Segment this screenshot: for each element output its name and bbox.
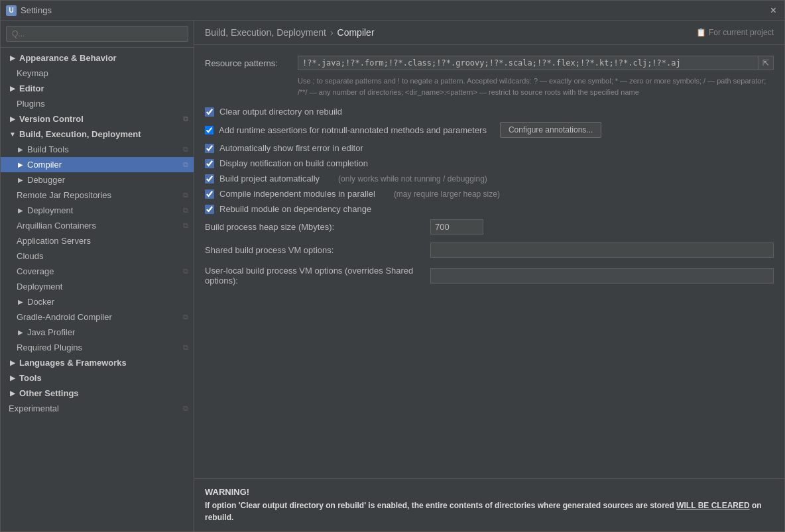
sidebar-item-docker[interactable]: ▶ Docker [1, 294, 194, 309]
sidebar-item-label: Compiler [27, 160, 62, 170]
sidebar-item-java-profiler[interactable]: ▶ Java Profiler [1, 325, 194, 340]
hint-text: Use ; to separate patterns and ! to nega… [298, 76, 774, 97]
sidebar-item-arquillian[interactable]: Arquillian Containers ⧉ [1, 218, 194, 233]
sidebar-item-label: Tools [19, 373, 42, 383]
resource-patterns-row: Resource patterns: ⇱ [205, 56, 774, 70]
chevron-right-icon: ▶ [9, 115, 17, 123]
copy-icon: ⧉ [183, 404, 188, 413]
rebuild-module-label: Rebuild module on dependency change [219, 204, 371, 214]
sidebar-item-label: Docker [27, 297, 54, 307]
sidebar-item-build-tools[interactable]: ▶ Build Tools ⧉ [1, 142, 194, 157]
warning-text: If option 'Clear output directory on reb… [205, 500, 774, 523]
copy-icon: ⧉ [183, 343, 188, 352]
sidebar-item-label: Editor [19, 83, 44, 93]
build-auto-note: (only works while not running / debuggin… [338, 174, 487, 184]
chevron-right-icon: ▶ [17, 207, 25, 215]
copy-icon: ⧉ [183, 115, 188, 123]
breadcrumb-separator: › [330, 27, 333, 38]
sidebar-item-label: Plugins [17, 99, 45, 109]
sidebar-item-label: Debugger [27, 175, 65, 185]
sidebar-item-experimental[interactable]: Experimental ⧉ [1, 401, 194, 416]
copy-icon: ⧉ [183, 191, 188, 199]
clear-output-checkbox[interactable] [205, 107, 214, 117]
auto-show-error-label: Automatically show first error in editor [219, 143, 363, 153]
add-runtime-label: Add runtime assertions for notnull-annot… [219, 125, 487, 135]
project-icon: 📋 [696, 28, 706, 37]
sidebar-item-label: Deployment [27, 205, 73, 215]
configure-annotations-button[interactable]: Configure annotations... [500, 122, 601, 138]
add-runtime-checkbox[interactable] [205, 126, 213, 134]
chevron-down-icon: ▼ [9, 131, 17, 138]
sidebar-item-debugger[interactable]: ▶ Debugger [1, 172, 194, 187]
heap-size-input[interactable] [430, 219, 483, 235]
auto-show-error-checkbox[interactable] [205, 144, 214, 153]
close-button[interactable]: × [768, 4, 779, 17]
chevron-right-icon: ▶ [17, 176, 25, 184]
user-vm-input[interactable] [430, 268, 774, 284]
sidebar-item-label: Remote Jar Repositories [17, 190, 111, 200]
chevron-right-icon: ▶ [9, 54, 17, 62]
sidebar-item-plugins[interactable]: Plugins [1, 96, 194, 111]
sidebar-item-appearance[interactable]: ▶ Appearance & Behavior [1, 50, 194, 66]
sidebar-item-editor[interactable]: ▶ Editor [1, 81, 194, 96]
sidebar-item-build-execution[interactable]: ▼ Build, Execution, Deployment [1, 127, 194, 142]
chevron-right-icon: ▶ [17, 146, 25, 154]
warning-title: WARNING! [205, 487, 774, 497]
sidebar-item-compiler[interactable]: ▶ Compiler ⧉ [1, 157, 194, 172]
compile-parallel-checkbox[interactable] [205, 189, 214, 199]
sidebar-item-tools[interactable]: ▶ Tools [1, 370, 194, 386]
build-auto-row: Build project automatically (only works … [205, 174, 774, 184]
sidebar-item-required-plugins[interactable]: Required Plugins ⧉ [1, 340, 194, 355]
sidebar-item-gradle-android[interactable]: Gradle-Android Compiler ⧉ [1, 309, 194, 325]
sidebar-item-other-settings[interactable]: ▶ Other Settings [1, 386, 194, 401]
sidebar-item-deployment2[interactable]: Deployment [1, 279, 194, 294]
display-notification-checkbox[interactable] [205, 159, 214, 168]
expand-button[interactable]: ⇱ [758, 56, 774, 70]
display-notification-label: Display notification on build completion [219, 158, 368, 168]
sidebar-item-label: Deployment [17, 282, 62, 292]
sidebar-item-label: Application Servers [17, 236, 91, 246]
sidebar-item-app-servers[interactable]: Application Servers [1, 233, 194, 248]
sidebar-item-label: Java Profiler [27, 327, 75, 337]
resource-patterns-input[interactable] [298, 56, 758, 70]
chevron-right-icon: ▶ [17, 161, 25, 169]
sidebar-item-clouds[interactable]: Clouds [1, 248, 194, 264]
shared-vm-input[interactable] [430, 242, 774, 258]
search-input[interactable] [6, 26, 188, 42]
sidebar-item-label: Languages & Frameworks [19, 358, 127, 368]
panel-body: Resource patterns: ⇱ Use ; to separate p… [194, 45, 784, 478]
breadcrumb: Build, Execution, Deployment › Compiler [205, 27, 375, 38]
add-runtime-row: Add runtime assertions for notnull-annot… [205, 122, 774, 138]
build-auto-checkbox[interactable] [205, 174, 214, 184]
sidebar-item-label: Arquillian Containers [17, 221, 96, 231]
resource-input-wrap: ⇱ [298, 56, 774, 70]
sidebar-item-label: Version Control [19, 114, 84, 124]
rebuild-module-row: Rebuild module on dependency change [205, 204, 774, 214]
copy-icon: ⧉ [183, 160, 188, 169]
display-notification-row: Display notification on build completion [205, 158, 774, 168]
chevron-right-icon: ▶ [9, 374, 17, 382]
rebuild-module-checkbox[interactable] [205, 205, 214, 214]
compile-parallel-row: Compile independent modules in parallel … [205, 189, 774, 199]
panel-header: Build, Execution, Deployment › Compiler … [194, 21, 784, 45]
copy-icon: ⧉ [183, 313, 188, 321]
chevron-right-icon: ▶ [9, 390, 17, 398]
breadcrumb-parent: Build, Execution, Deployment [205, 27, 326, 38]
sidebar-item-languages[interactable]: ▶ Languages & Frameworks [1, 355, 194, 370]
compile-parallel-note: (may require larger heap size) [394, 189, 500, 199]
user-vm-row: User-local build process VM options (ove… [205, 266, 774, 286]
sidebar-item-keymap[interactable]: Keymap [1, 66, 194, 81]
clear-output-row: Clear output directory on rebuild [205, 107, 774, 117]
sidebar-item-remote-jar[interactable]: Remote Jar Repositories ⧉ [1, 187, 194, 203]
chevron-right-icon: ▶ [17, 298, 25, 306]
breadcrumb-current: Compiler [337, 27, 375, 38]
resource-patterns-label: Resource patterns: [205, 56, 298, 68]
sidebar-item-coverage[interactable]: Coverage ⧉ [1, 264, 194, 279]
sidebar-item-label: Appearance & Behavior [19, 53, 117, 63]
sidebar-item-deployment[interactable]: ▶ Deployment ⧉ [1, 203, 194, 218]
build-auto-label: Build project automatically [219, 174, 320, 184]
shared-vm-row: Shared build process VM options: [205, 242, 774, 258]
sidebar-item-version-control[interactable]: ▶ Version Control ⧉ [1, 111, 194, 127]
copy-icon: ⧉ [183, 145, 188, 154]
nav-tree: ▶ Appearance & Behavior Keymap ▶ Editor … [1, 48, 194, 531]
